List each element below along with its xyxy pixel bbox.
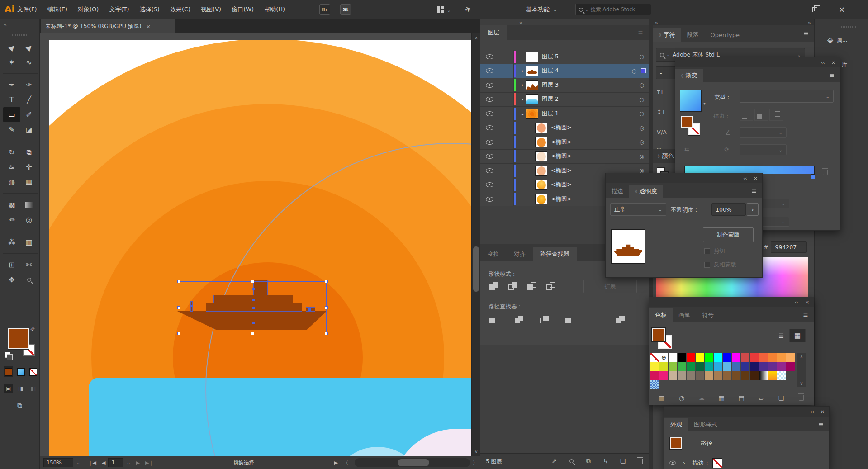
swatch[interactable] xyxy=(669,353,677,362)
layer-name[interactable]: <椭圆> xyxy=(551,124,640,132)
expand-button[interactable]: 扩展 xyxy=(583,280,637,293)
minus-front-button[interactable] xyxy=(507,280,520,292)
swatch[interactable] xyxy=(768,371,777,380)
visibility-cell[interactable] xyxy=(480,150,499,164)
collapse-panel-icon[interactable]: ‹‹ xyxy=(743,175,747,181)
layer-name[interactable]: 图层 3 xyxy=(542,81,640,89)
selection-handle[interactable] xyxy=(177,332,180,335)
tab-transparency[interactable]: ◊透明度 xyxy=(629,185,663,198)
cloud-icon[interactable]: ☁ xyxy=(693,394,711,402)
chevron-down-icon[interactable]: ▾ xyxy=(703,101,706,106)
visibility-eye-icon[interactable] xyxy=(486,154,493,159)
prev-artboard-icon[interactable]: ◀ xyxy=(99,460,108,466)
scroll-up-icon[interactable]: ∧ xyxy=(797,354,806,359)
layer-row[interactable]: ›图层 3○ xyxy=(480,78,649,93)
swatch[interactable] xyxy=(650,380,659,389)
stop-location-dropdown[interactable]: ⌄ xyxy=(762,217,789,227)
lock-cell[interactable] xyxy=(499,121,514,135)
stock-search-input[interactable]: ⌄ 搜索 Adobe Stock xyxy=(575,4,651,15)
scroll-up-icon[interactable]: ∧ xyxy=(472,35,481,40)
swatch[interactable] xyxy=(714,362,722,371)
tab-paragraph[interactable]: 段落 xyxy=(681,28,704,42)
layer-thumbnail[interactable] xyxy=(535,123,547,133)
panel-grip[interactable] xyxy=(12,34,28,36)
swatch[interactable] xyxy=(741,353,749,362)
swatch[interactable] xyxy=(687,371,695,380)
swatch[interactable] xyxy=(777,362,786,371)
line-segment-tool[interactable]: ╱ xyxy=(20,92,38,107)
visibility-cell[interactable] xyxy=(480,178,499,192)
scroll-right-icon[interactable]: 〉 xyxy=(470,460,480,466)
swatch[interactable] xyxy=(650,371,659,380)
visibility-cell[interactable] xyxy=(480,107,499,121)
swatch[interactable] xyxy=(723,353,731,362)
tab-transform[interactable]: 变换 xyxy=(480,247,507,261)
menu-item-8[interactable]: 帮助(H) xyxy=(264,5,285,14)
swatch[interactable] xyxy=(696,371,704,380)
panel-menu-icon[interactable]: ≡ xyxy=(751,187,757,194)
swatch[interactable] xyxy=(759,371,768,380)
selection-tool[interactable]: ▶ xyxy=(3,40,20,55)
rail-item-properties[interactable]: ⬙ 属... xyxy=(827,35,848,44)
layer-thumbnail[interactable] xyxy=(535,166,547,176)
visibility-eye-icon[interactable] xyxy=(486,54,493,59)
panel-menu-icon[interactable]: ≡ xyxy=(803,311,808,318)
selection-handle[interactable] xyxy=(325,332,328,335)
gradient-type-dropdown[interactable]: ⌄ xyxy=(740,90,834,103)
lock-cell[interactable] xyxy=(499,64,514,78)
swatch[interactable] xyxy=(759,353,768,362)
invert-mask-checkbox[interactable] xyxy=(704,262,710,268)
hex-value-field[interactable]: 994207 xyxy=(771,241,807,253)
new-color-group-icon[interactable]: ▱ xyxy=(752,394,770,402)
visibility-eye-icon[interactable] xyxy=(669,461,676,465)
layer-thumbnail[interactable] xyxy=(535,151,547,161)
free-transform-tool[interactable]: ✛ xyxy=(20,160,38,175)
panel-menu-icon[interactable]: ≡ xyxy=(818,421,824,428)
panel-menu-icon[interactable]: ≡ xyxy=(829,71,835,79)
menu-item-5[interactable]: 效果(C) xyxy=(170,5,190,14)
visibility-cell[interactable] xyxy=(480,50,499,64)
menu-item-7[interactable]: 窗口(W) xyxy=(232,5,254,14)
draw-inside-icon[interactable]: ◧ xyxy=(28,384,38,393)
reverse-gradient-icon[interactable]: ⇆ xyxy=(684,146,689,153)
layer-thumbnail[interactable] xyxy=(526,80,538,90)
visibility-cell[interactable] xyxy=(480,135,499,149)
scrollbar-thumb[interactable] xyxy=(473,246,479,292)
layer-thumbnail[interactable] xyxy=(535,137,547,147)
visibility-eye-icon[interactable] xyxy=(486,83,493,88)
gradient-button[interactable] xyxy=(16,366,26,377)
layer-thumbnail[interactable] xyxy=(535,194,547,204)
swatch[interactable] xyxy=(705,353,713,362)
stock-button[interactable]: St xyxy=(340,4,351,15)
lock-cell[interactable] xyxy=(499,107,514,121)
selection-bounding-box[interactable] xyxy=(179,281,327,333)
swatch[interactable] xyxy=(714,371,722,380)
swatch[interactable] xyxy=(669,362,677,371)
shape-builder-tool[interactable]: ◍ xyxy=(3,175,20,189)
perspective-grid-tool[interactable]: ▦ xyxy=(20,175,38,189)
close-panel-icon[interactable]: × xyxy=(821,409,825,415)
layer-row[interactable]: <椭圆>◎ xyxy=(480,121,649,136)
collect-for-export-icon[interactable]: ⇗ xyxy=(545,457,563,466)
menu-item-3[interactable]: 文字(T) xyxy=(109,5,129,14)
tab-gradient[interactable]: ◊渐变 xyxy=(675,69,703,82)
show-kind-menu-icon[interactable]: ▦ xyxy=(712,394,730,402)
tab-stroke[interactable]: 描边 xyxy=(606,185,629,198)
layer-row[interactable]: 图层 5○ xyxy=(480,50,649,64)
opacity-field[interactable]: 100% xyxy=(711,203,746,216)
expand-dock-icon[interactable]: ›› xyxy=(519,20,522,26)
font-style-field[interactable]: - xyxy=(656,66,677,79)
visibility-cell[interactable] xyxy=(480,121,499,135)
swatch[interactable]: ⊕ xyxy=(659,353,668,362)
gradient-tool[interactable] xyxy=(20,197,38,212)
magic-wand-tool[interactable]: ✶ xyxy=(3,55,20,70)
swatch[interactable] xyxy=(741,371,749,380)
swatch[interactable] xyxy=(705,371,713,380)
gradient-angle-dropdown[interactable]: ⌄ xyxy=(740,127,787,138)
swatch[interactable] xyxy=(714,353,722,362)
visibility-eye-icon[interactable] xyxy=(486,168,493,173)
swatch[interactable] xyxy=(705,362,713,371)
swatch[interactable] xyxy=(768,362,777,371)
target-circle-icon[interactable]: ○ xyxy=(640,82,644,88)
delete-stop-icon[interactable] xyxy=(823,168,828,177)
